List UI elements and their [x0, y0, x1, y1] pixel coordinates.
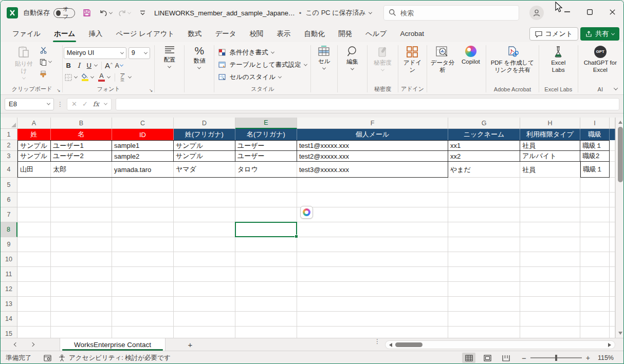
row-header-7[interactable]: 7 — [1, 207, 17, 222]
column-header-F[interactable]: F — [297, 118, 448, 129]
tab-insert[interactable]: 挿入 — [82, 25, 109, 42]
cell-E1[interactable]: 名(フリガナ) — [235, 129, 297, 140]
cell-D1[interactable]: 姓(フリガナ) — [174, 129, 235, 140]
spreadsheet-grid[interactable]: ABCDEFGHI123456789101112131415姓名ID姓(フリガナ… — [1, 118, 624, 338]
cell-H1[interactable]: 利用権限タイプ — [520, 129, 580, 140]
sensitivity-button[interactable]: 秘密度 — [372, 45, 393, 72]
redo-button[interactable] — [117, 6, 131, 20]
cell-A2[interactable]: サンプル — [17, 140, 51, 151]
sheet-tab-active[interactable]: WorksEnterprise Contact — [60, 338, 166, 351]
scroll-left-icon[interactable] — [389, 343, 392, 347]
cell-styles-button[interactable]: セルのスタイル — [217, 72, 282, 83]
zoom-out-button[interactable]: − — [522, 354, 526, 362]
insert-function-button[interactable]: fx — [93, 100, 99, 108]
zoom-slider[interactable] — [530, 357, 582, 358]
fill-color-button[interactable] — [80, 72, 90, 83]
tab-file[interactable]: ファイル — [6, 25, 47, 42]
cell-H3[interactable]: アルバイト — [520, 151, 580, 162]
cell-A3[interactable]: サンプル — [17, 151, 51, 162]
row-header-13[interactable]: 13 — [1, 297, 17, 312]
borders-menu-chevron-icon[interactable] — [74, 75, 78, 79]
italic-button[interactable]: I — [74, 61, 84, 71]
underline-button[interactable]: U — [84, 61, 94, 71]
alignment-button[interactable]: 配置 — [162, 45, 177, 69]
cell-I2[interactable]: 職級１ — [580, 140, 610, 151]
row-header-11[interactable]: 11 — [1, 267, 17, 282]
column-header-H[interactable]: H — [520, 118, 580, 129]
accessibility-status[interactable]: アクセシビリティ: 検討が必要です — [58, 351, 171, 364]
format-as-table-button[interactable]: テーブルとして書式設定 — [217, 60, 307, 70]
tab-review[interactable]: 校閲 — [243, 25, 270, 42]
phonetic-menu-chevron-icon[interactable] — [128, 75, 132, 79]
row-header-4[interactable]: 4 — [1, 162, 17, 178]
copilot-in-cell-button[interactable] — [300, 206, 313, 219]
chatgpt-button[interactable]: GPT ChatGPT for Excel — [581, 45, 620, 75]
search-input[interactable] — [383, 5, 519, 21]
zoom-in-button[interactable]: + — [586, 354, 590, 362]
sheet-nav-left-icon[interactable] — [11, 340, 21, 349]
save-button[interactable] — [80, 6, 94, 20]
cell-I4[interactable]: 職級１ — [580, 162, 610, 178]
copy-button[interactable] — [38, 56, 53, 67]
cell-C3[interactable]: sample2 — [112, 151, 174, 162]
file-name[interactable]: LINEWORKS_member_add_sample_Japane… — [154, 9, 295, 17]
cell-E2[interactable]: ユーザー — [235, 140, 297, 151]
row-header-12[interactable]: 12 — [1, 282, 17, 297]
font-dialog-launcher[interactable]: ↘ — [149, 88, 153, 93]
cell-C2[interactable]: sample1 — [112, 140, 174, 151]
saved-status[interactable]: この PC に保存済み — [305, 8, 372, 17]
row-header-1[interactable]: 1 — [1, 129, 17, 140]
confirm-entry-icon[interactable]: ✓ — [82, 100, 88, 108]
autosave-toggle[interactable]: 自動保存 オフ — [23, 8, 75, 18]
row-header-14[interactable]: 14 — [1, 312, 17, 327]
tab-acrobat[interactable]: Acrobat — [393, 25, 431, 42]
scroll-down-icon[interactable] — [618, 332, 622, 335]
column-header-A[interactable]: A — [17, 118, 51, 129]
undo-button[interactable] — [99, 6, 112, 20]
select-all-corner[interactable] — [1, 118, 17, 129]
cell-F3[interactable]: test2@xxxxx.xxx — [297, 151, 448, 162]
tab-automate[interactable]: 自動化 — [298, 25, 332, 42]
cell-C1[interactable]: ID — [112, 129, 174, 140]
row-header-9[interactable]: 9 — [1, 237, 17, 252]
conditional-formatting-button[interactable]: 条件付き書式 — [217, 47, 274, 58]
cut-button[interactable] — [38, 45, 53, 55]
cell-D4[interactable]: ヤマダ — [174, 162, 235, 178]
vertical-scrollbar[interactable] — [615, 118, 624, 338]
cell-F1[interactable]: 個人メール — [297, 129, 448, 140]
comments-button[interactable]: コメント — [529, 27, 578, 41]
cell-F2[interactable]: test1@xxxxx.xxx — [297, 140, 448, 151]
tab-view[interactable]: 表示 — [270, 25, 298, 42]
cell-J1[interactable] — [610, 129, 615, 140]
analyze-data-button[interactable]: データ分析 — [429, 45, 456, 75]
copilot-button[interactable]: Copilot — [457, 45, 484, 67]
underline-menu-chevron-icon[interactable] — [94, 63, 98, 67]
cell-G1[interactable]: ニックネーム — [448, 129, 520, 140]
decrease-font-button[interactable]: A — [114, 61, 124, 71]
excel-labs-button[interactable]: Excel Labs — [543, 45, 574, 75]
tab-formulas[interactable]: 数式 — [181, 25, 208, 42]
quick-access-toolbar-button[interactable] — [136, 6, 149, 20]
scroll-right-icon[interactable] — [608, 343, 611, 347]
editing-button[interactable]: 編集 — [345, 45, 360, 71]
column-header-D[interactable]: D — [174, 118, 235, 129]
fill-color-menu-chevron-icon[interactable] — [90, 75, 94, 79]
tab-developer[interactable]: 開発 — [332, 25, 359, 42]
horizontal-scrollbar[interactable] — [385, 340, 615, 349]
undo-menu-chevron-icon[interactable] — [108, 10, 112, 14]
cell-G3[interactable]: xx2 — [448, 151, 520, 162]
number-format-button[interactable]: % 数値 — [192, 45, 207, 70]
row-header-3[interactable]: 3 — [1, 151, 17, 162]
row-header-8[interactable]: 8 — [1, 222, 17, 237]
cell-B3[interactable]: ユーザー2 — [51, 151, 112, 162]
font-name-select[interactable]: Meiryo UI — [64, 47, 126, 59]
cell-G4[interactable]: やまだ — [448, 162, 520, 178]
cell-I3[interactable]: 職級2 — [580, 151, 610, 162]
name-box[interactable]: E8 — [5, 98, 54, 110]
column-header-E[interactable]: E — [235, 118, 297, 129]
autosave-switch[interactable]: オフ — [53, 8, 75, 18]
format-painter-button[interactable] — [38, 68, 53, 79]
search-box[interactable] — [383, 5, 519, 21]
row-header-2[interactable]: 2 — [1, 140, 17, 151]
paste-button[interactable]: 貼り付け — [10, 45, 37, 81]
